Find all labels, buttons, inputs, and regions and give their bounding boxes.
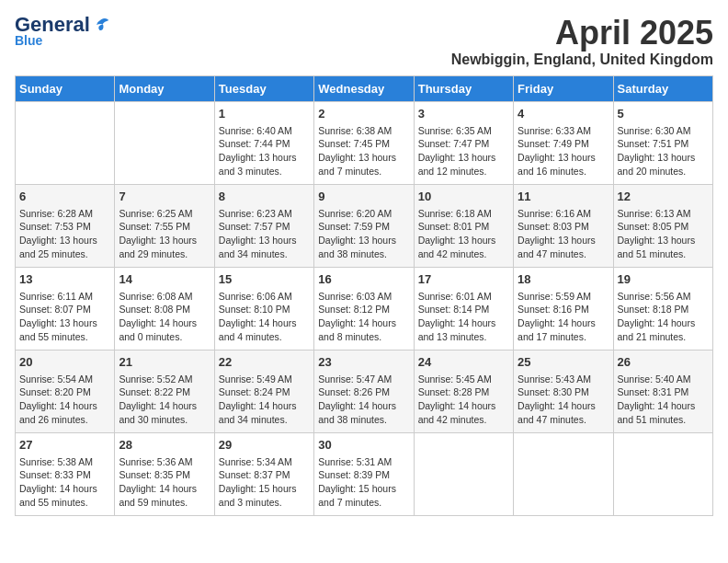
calendar-cell bbox=[16, 101, 115, 184]
day-info: Sunrise: 6:28 AMSunset: 7:53 PMDaylight:… bbox=[19, 207, 110, 261]
calendar-cell: 15Sunrise: 6:06 AMSunset: 8:10 PMDayligh… bbox=[214, 267, 313, 350]
weekday-header-tuesday: Tuesday bbox=[214, 75, 313, 101]
day-info: Sunrise: 5:45 AMSunset: 8:28 PMDaylight:… bbox=[418, 373, 509, 427]
calendar-cell: 27Sunrise: 5:38 AMSunset: 8:33 PMDayligh… bbox=[16, 432, 115, 515]
logo: General Blue bbox=[15, 15, 110, 48]
day-number: 21 bbox=[119, 354, 210, 371]
day-info: Sunrise: 5:47 AMSunset: 8:26 PMDaylight:… bbox=[318, 373, 409, 427]
calendar-cell: 12Sunrise: 6:13 AMSunset: 8:05 PMDayligh… bbox=[613, 184, 712, 267]
calendar-cell: 23Sunrise: 5:47 AMSunset: 8:26 PMDayligh… bbox=[314, 350, 414, 432]
calendar-cell bbox=[613, 432, 712, 515]
day-number: 11 bbox=[518, 189, 609, 205]
calendar-week-row: 27Sunrise: 5:38 AMSunset: 8:33 PMDayligh… bbox=[16, 432, 713, 515]
weekday-header-friday: Friday bbox=[514, 75, 613, 101]
day-number: 6 bbox=[19, 189, 110, 205]
calendar-cell: 1Sunrise: 6:40 AMSunset: 7:44 PMDaylight… bbox=[214, 101, 313, 184]
day-number: 27 bbox=[19, 437, 110, 454]
day-info: Sunrise: 6:23 AMSunset: 7:57 PMDaylight:… bbox=[219, 207, 310, 261]
day-number: 26 bbox=[618, 354, 709, 371]
day-number: 12 bbox=[618, 189, 709, 205]
day-info: Sunrise: 6:16 AMSunset: 8:03 PMDaylight:… bbox=[518, 207, 609, 261]
calendar-cell: 2Sunrise: 6:38 AMSunset: 7:45 PMDaylight… bbox=[314, 101, 414, 184]
page-header: General Blue April 2025 Newbiggin, Engla… bbox=[15, 15, 713, 68]
calendar-cell: 9Sunrise: 6:20 AMSunset: 7:59 PMDaylight… bbox=[314, 184, 414, 267]
day-info: Sunrise: 5:52 AMSunset: 8:22 PMDaylight:… bbox=[119, 373, 210, 427]
calendar-cell: 8Sunrise: 6:23 AMSunset: 7:57 PMDaylight… bbox=[214, 184, 313, 267]
day-info: Sunrise: 6:08 AMSunset: 8:08 PMDaylight:… bbox=[119, 290, 210, 344]
day-number: 7 bbox=[119, 189, 210, 205]
day-info: Sunrise: 5:49 AMSunset: 8:24 PMDaylight:… bbox=[219, 373, 310, 427]
calendar-cell: 25Sunrise: 5:43 AMSunset: 8:30 PMDayligh… bbox=[514, 350, 613, 432]
calendar-cell: 4Sunrise: 6:33 AMSunset: 7:49 PMDaylight… bbox=[514, 101, 613, 184]
calendar-cell: 17Sunrise: 6:01 AMSunset: 8:14 PMDayligh… bbox=[414, 267, 513, 350]
calendar-cell bbox=[514, 432, 613, 515]
calendar-cell: 21Sunrise: 5:52 AMSunset: 8:22 PMDayligh… bbox=[115, 350, 214, 432]
calendar-week-row: 20Sunrise: 5:54 AMSunset: 8:20 PMDayligh… bbox=[16, 350, 713, 432]
day-number: 28 bbox=[119, 437, 210, 454]
day-number: 1 bbox=[219, 106, 310, 122]
day-number: 15 bbox=[219, 271, 310, 288]
day-info: Sunrise: 6:33 AMSunset: 7:49 PMDaylight:… bbox=[518, 124, 609, 178]
weekday-header-thursday: Thursday bbox=[414, 75, 513, 101]
day-info: Sunrise: 6:03 AMSunset: 8:12 PMDaylight:… bbox=[318, 290, 409, 344]
day-info: Sunrise: 6:35 AMSunset: 7:47 PMDaylight:… bbox=[418, 124, 509, 178]
calendar-week-row: 13Sunrise: 6:11 AMSunset: 8:07 PMDayligh… bbox=[16, 267, 713, 350]
weekday-header-wednesday: Wednesday bbox=[314, 75, 414, 101]
calendar-cell: 28Sunrise: 5:36 AMSunset: 8:35 PMDayligh… bbox=[115, 432, 214, 515]
day-info: Sunrise: 5:36 AMSunset: 8:35 PMDaylight:… bbox=[119, 455, 210, 510]
calendar-cell: 22Sunrise: 5:49 AMSunset: 8:24 PMDayligh… bbox=[214, 350, 313, 432]
calendar-cell: 5Sunrise: 6:30 AMSunset: 7:51 PMDaylight… bbox=[613, 101, 712, 184]
day-number: 14 bbox=[119, 271, 210, 288]
calendar-cell: 10Sunrise: 6:18 AMSunset: 8:01 PMDayligh… bbox=[414, 184, 513, 267]
calendar-cell: 11Sunrise: 6:16 AMSunset: 8:03 PMDayligh… bbox=[514, 184, 613, 267]
day-info: Sunrise: 5:40 AMSunset: 8:31 PMDaylight:… bbox=[618, 373, 709, 427]
calendar-cell: 7Sunrise: 6:25 AMSunset: 7:55 PMDaylight… bbox=[115, 184, 214, 267]
calendar-cell: 3Sunrise: 6:35 AMSunset: 7:47 PMDaylight… bbox=[414, 101, 513, 184]
day-info: Sunrise: 6:25 AMSunset: 7:55 PMDaylight:… bbox=[119, 207, 210, 261]
day-info: Sunrise: 6:11 AMSunset: 8:07 PMDaylight:… bbox=[19, 290, 110, 344]
day-number: 22 bbox=[219, 354, 310, 371]
weekday-header-sunday: Sunday bbox=[16, 75, 115, 101]
day-info: Sunrise: 5:31 AMSunset: 8:39 PMDaylight:… bbox=[318, 455, 409, 510]
day-number: 10 bbox=[418, 189, 509, 205]
day-number: 3 bbox=[418, 106, 509, 122]
day-number: 13 bbox=[19, 271, 110, 288]
calendar-cell bbox=[414, 432, 513, 515]
day-info: Sunrise: 6:30 AMSunset: 7:51 PMDaylight:… bbox=[618, 124, 709, 178]
day-info: Sunrise: 5:59 AMSunset: 8:16 PMDaylight:… bbox=[518, 290, 609, 344]
day-number: 23 bbox=[318, 354, 409, 371]
day-number: 24 bbox=[418, 354, 509, 371]
day-info: Sunrise: 6:13 AMSunset: 8:05 PMDaylight:… bbox=[618, 207, 709, 261]
day-info: Sunrise: 6:01 AMSunset: 8:14 PMDaylight:… bbox=[418, 290, 509, 344]
weekday-header-monday: Monday bbox=[115, 75, 214, 101]
calendar-week-row: 6Sunrise: 6:28 AMSunset: 7:53 PMDaylight… bbox=[16, 184, 713, 267]
calendar-week-row: 1Sunrise: 6:40 AMSunset: 7:44 PMDaylight… bbox=[16, 101, 713, 184]
day-number: 4 bbox=[518, 106, 609, 122]
calendar-cell: 24Sunrise: 5:45 AMSunset: 8:28 PMDayligh… bbox=[414, 350, 513, 432]
day-info: Sunrise: 6:20 AMSunset: 7:59 PMDaylight:… bbox=[318, 207, 409, 261]
calendar-cell: 19Sunrise: 5:56 AMSunset: 8:18 PMDayligh… bbox=[613, 267, 712, 350]
day-number: 2 bbox=[318, 106, 409, 122]
logo-general: General bbox=[15, 15, 90, 35]
day-info: Sunrise: 6:18 AMSunset: 8:01 PMDaylight:… bbox=[418, 207, 509, 261]
day-number: 18 bbox=[518, 271, 609, 288]
logo-blue-text: Blue bbox=[15, 33, 42, 48]
weekday-header-saturday: Saturday bbox=[613, 75, 712, 101]
page-subtitle: Newbiggin, England, United Kingdom bbox=[451, 52, 713, 68]
calendar-header-row: SundayMondayTuesdayWednesdayThursdayFrid… bbox=[16, 75, 713, 101]
day-info: Sunrise: 5:56 AMSunset: 8:18 PMDaylight:… bbox=[618, 290, 709, 344]
calendar-cell: 26Sunrise: 5:40 AMSunset: 8:31 PMDayligh… bbox=[613, 350, 712, 432]
day-number: 5 bbox=[618, 106, 709, 122]
calendar-cell: 18Sunrise: 5:59 AMSunset: 8:16 PMDayligh… bbox=[514, 267, 613, 350]
day-number: 30 bbox=[318, 437, 409, 454]
calendar-cell: 29Sunrise: 5:34 AMSunset: 8:37 PMDayligh… bbox=[214, 432, 313, 515]
day-number: 19 bbox=[618, 271, 709, 288]
calendar-cell: 6Sunrise: 6:28 AMSunset: 7:53 PMDaylight… bbox=[16, 184, 115, 267]
calendar-cell: 30Sunrise: 5:31 AMSunset: 8:39 PMDayligh… bbox=[314, 432, 414, 515]
title-block: April 2025 Newbiggin, England, United Ki… bbox=[451, 15, 713, 68]
day-info: Sunrise: 6:06 AMSunset: 8:10 PMDaylight:… bbox=[219, 290, 310, 344]
day-info: Sunrise: 5:38 AMSunset: 8:33 PMDaylight:… bbox=[19, 455, 110, 510]
day-number: 25 bbox=[518, 354, 609, 371]
day-info: Sunrise: 5:54 AMSunset: 8:20 PMDaylight:… bbox=[19, 373, 110, 427]
day-number: 17 bbox=[418, 271, 509, 288]
